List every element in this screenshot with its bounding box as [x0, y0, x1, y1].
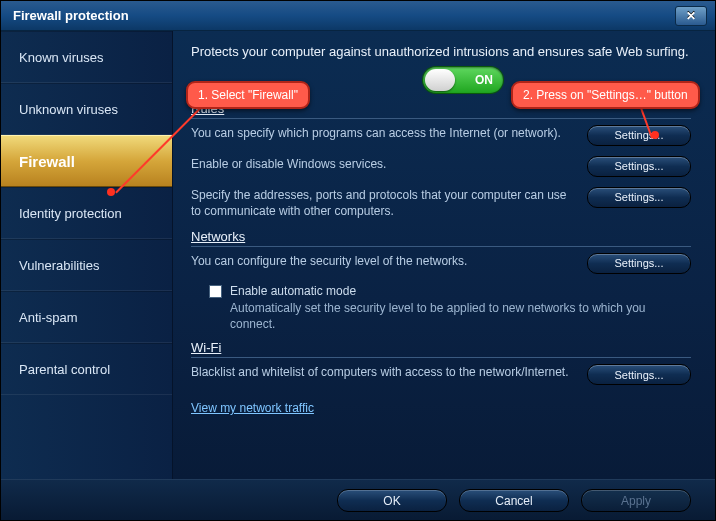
rules-row-addresses: Specify the addresses, ports and protoco… [191, 187, 691, 219]
settings-button-programs[interactable]: Settings... [587, 125, 691, 146]
sidebar-item-vulnerabilities[interactable]: Vulnerabilities [1, 239, 172, 291]
sidebar-item-label: Identity protection [19, 206, 122, 221]
rules-row-services: Enable or disable Windows services. Sett… [191, 156, 691, 177]
row-desc: Specify the addresses, ports and protoco… [191, 187, 575, 219]
cancel-button[interactable]: Cancel [459, 489, 569, 512]
section-heading-wifi: Wi-Fi [191, 340, 691, 358]
view-traffic-link[interactable]: View my network traffic [191, 401, 314, 415]
networks-row: You can configure the security level of … [191, 253, 691, 274]
intro-text: Protects your computer against unauthori… [191, 43, 691, 61]
sidebar-item-label: Known viruses [19, 50, 104, 65]
wifi-row: Blacklist and whitelist of computers wit… [191, 364, 691, 385]
sidebar-item-identity-protection[interactable]: Identity protection [1, 187, 172, 239]
sidebar-item-label: Parental control [19, 362, 110, 377]
rules-row-programs: You can specify which programs can acces… [191, 125, 691, 146]
close-button[interactable]: ✕ [675, 6, 707, 26]
automatic-mode-row: Enable automatic mode [209, 284, 691, 298]
sidebar-item-anti-spam[interactable]: Anti-spam [1, 291, 172, 343]
settings-button-addresses[interactable]: Settings... [587, 187, 691, 208]
automatic-mode-label: Enable automatic mode [230, 284, 356, 298]
settings-button-networks[interactable]: Settings... [587, 253, 691, 274]
automatic-mode-checkbox[interactable] [209, 285, 222, 298]
annotation-step-1: 1. Select "Firewall" [186, 81, 310, 109]
sidebar: Known viruses Unknown viruses Firewall I… [1, 31, 173, 479]
ok-button[interactable]: OK [337, 489, 447, 512]
close-icon: ✕ [686, 9, 696, 23]
automatic-mode-sub: Automatically set the security level to … [230, 300, 691, 332]
row-desc: Blacklist and whitelist of computers wit… [191, 364, 575, 380]
titlebar: Firewall protection ✕ [1, 1, 715, 31]
sidebar-item-known-viruses[interactable]: Known viruses [1, 31, 172, 83]
toggle-label: ON [475, 73, 493, 87]
sidebar-item-label: Unknown viruses [19, 102, 118, 117]
annotation-step-2: 2. Press on "Settings…" button [511, 81, 700, 109]
sidebar-item-parental-control[interactable]: Parental control [1, 343, 172, 395]
row-desc: Enable or disable Windows services. [191, 156, 575, 172]
footer: OK Cancel Apply [1, 479, 715, 521]
sidebar-item-label: Anti-spam [19, 310, 78, 325]
sidebar-item-label: Firewall [19, 153, 75, 170]
row-desc: You can configure the security level of … [191, 253, 575, 269]
row-desc: You can specify which programs can acces… [191, 125, 575, 141]
annotation-dot [651, 131, 659, 139]
section-heading-networks: Networks [191, 229, 691, 247]
window-title: Firewall protection [13, 8, 129, 23]
apply-button[interactable]: Apply [581, 489, 691, 512]
settings-button-services[interactable]: Settings... [587, 156, 691, 177]
settings-button-wifi[interactable]: Settings... [587, 364, 691, 385]
firewall-toggle[interactable]: ON [423, 67, 503, 93]
annotation-dot [107, 188, 115, 196]
sidebar-item-unknown-viruses[interactable]: Unknown viruses [1, 83, 172, 135]
sidebar-item-label: Vulnerabilities [19, 258, 99, 273]
